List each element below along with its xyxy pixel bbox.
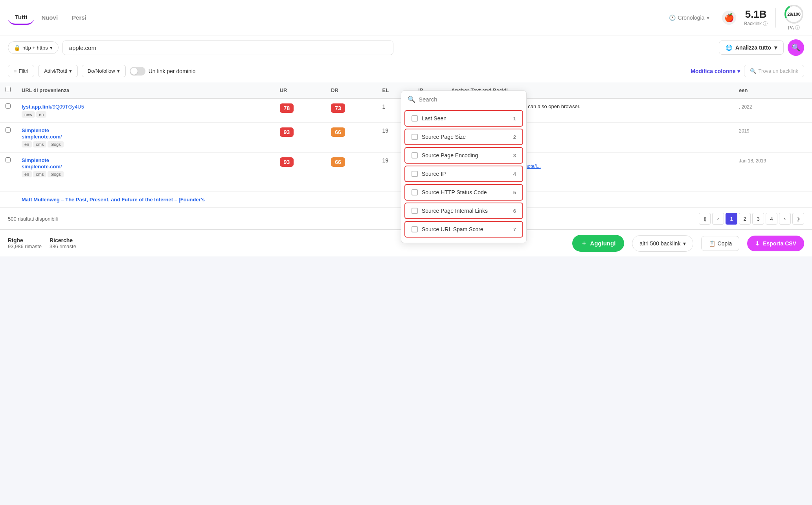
column-dropdown: 🔍 Last Seen 1 Source Page Size 2 Source … — [401, 90, 527, 243]
row-page-title: Simplenote — [22, 157, 269, 163]
row-date-cell: 2019 — [733, 123, 812, 153]
dropdown-column-item[interactable]: Source URL Spam Score 7 — [404, 221, 523, 238]
dropdown-item-checkbox[interactable] — [412, 115, 418, 122]
one-link-toggle[interactable] — [130, 67, 145, 76]
source-url-link[interactable]: simplenote.com/ — [22, 134, 62, 140]
col-header-seen: een — [733, 82, 812, 98]
pagination: ⟪ ‹ 1 2 3 4 › ⟫ — [699, 213, 804, 225]
page-4-btn[interactable]: 4 — [766, 213, 777, 225]
dropdown-item-num: 6 — [513, 208, 516, 214]
dropdown-item-label: Source Page Encoding — [422, 152, 509, 159]
page-next-btn[interactable]: › — [779, 213, 791, 225]
page-1-btn[interactable]: 1 — [726, 213, 737, 225]
row-checkbox[interactable] — [6, 103, 11, 109]
ricerche-stat: Ricerche 386 rimaste — [50, 237, 76, 249]
row-checkbox[interactable] — [6, 127, 11, 133]
source-url-link[interactable]: simplenote.com/ — [22, 164, 62, 170]
apple-logo: 🍎 — [722, 11, 736, 25]
tab-persi[interactable]: Persi — [65, 11, 94, 24]
do-nofollow-dropdown[interactable]: Do/Nofollow ▾ — [82, 65, 126, 77]
plus-icon: ＋ — [581, 240, 587, 247]
page-last-btn[interactable]: ⟫ — [792, 213, 804, 225]
row-checkbox[interactable] — [6, 157, 11, 162]
search-icon: 🔍 — [408, 96, 415, 103]
info-icon: ⓘ — [763, 20, 768, 27]
tag: en — [22, 141, 32, 147]
domain-input[interactable] — [62, 41, 393, 55]
modify-columns-btn[interactable]: Modifica colonne ▾ — [691, 68, 740, 74]
row-url-cell: lyst.app.link/9Q09TGy4U5 newen — [16, 98, 274, 123]
row-checkbox-cell — [0, 153, 16, 192]
url-domain: simplenote.com — [22, 134, 61, 140]
dropdown-item-checkbox[interactable] — [412, 171, 418, 177]
chevron-down-icon: ▾ — [774, 44, 777, 51]
info-icon: ⓘ — [795, 24, 800, 31]
active-broken-dropdown[interactable]: Attivi/Rotti ▾ — [38, 65, 78, 77]
date-value: Jan 18, 2019 — [739, 158, 766, 164]
globe-icon: 🌐 — [726, 44, 732, 51]
dropdown-item-num: 4 — [513, 171, 516, 177]
tab-tutti[interactable]: Tutti — [8, 11, 34, 25]
dropdown-item-num: 2 — [513, 134, 516, 140]
protocol-dropdown[interactable]: 🔒 http + https ▾ — [8, 41, 59, 54]
page-2-btn[interactable]: 2 — [739, 213, 751, 225]
chevron-down-icon: ▾ — [737, 68, 740, 74]
page-prev-btn[interactable]: ‹ — [712, 213, 724, 225]
export-btn[interactable]: ⬇ Esporta CSV — [747, 236, 804, 251]
copy-btn[interactable]: 📋 Copia — [701, 236, 740, 251]
dropdown-item-checkbox[interactable] — [412, 208, 418, 214]
find-backlink-input[interactable]: 🔍 Trova un backlink — [744, 65, 804, 77]
row-title-link[interactable]: Matt Mullenweg – The Past, Present, and … — [22, 197, 205, 203]
search-button[interactable]: 🔍 — [788, 39, 804, 56]
dropdown-item-label: Source Page Internal Links — [422, 208, 509, 214]
add-btn[interactable]: ＋ Aggiungi — [572, 235, 624, 252]
copy-icon: 📋 — [709, 240, 715, 247]
cronologia-btn[interactable]: 🕐 Cronologia ▾ — [669, 15, 710, 21]
stat-divider — [775, 8, 776, 28]
search-icon: 🔍 — [750, 68, 756, 74]
dropdown-item-num: 7 — [513, 227, 516, 232]
chevron-down-icon: ▾ — [117, 68, 120, 74]
dropdown-item-num: 3 — [513, 153, 516, 159]
chevron-down-icon: ▾ — [707, 15, 709, 21]
dropdown-column-item[interactable]: Source IP 4 — [404, 166, 523, 182]
page-first-btn[interactable]: ⟪ — [699, 213, 711, 225]
more-backlinks-btn[interactable]: altri 500 backlink ▾ — [632, 235, 693, 252]
dropdown-item-label: Source IP — [422, 171, 509, 177]
dropdown-column-item[interactable]: Source Page Encoding 3 — [404, 147, 523, 164]
dropdown-item-checkbox[interactable] — [412, 189, 418, 195]
row-ur-cell: 93 — [274, 153, 325, 192]
row-ur-cell: 78 — [274, 98, 325, 123]
dropdown-item-checkbox[interactable] — [412, 152, 418, 159]
row-checkbox-cell — [0, 123, 16, 153]
dropdown-item-label: Source HTTP Status Code — [422, 189, 509, 195]
clock-icon: 🕐 — [669, 15, 676, 21]
page-3-btn[interactable]: 3 — [752, 213, 764, 225]
url-path: / — [61, 164, 62, 170]
tag: blogs — [48, 141, 63, 147]
dropdown-column-item[interactable]: Source HTTP Status Code 5 — [404, 184, 523, 201]
dropdown-item-label: Last Seen — [422, 115, 509, 122]
filter-icon: ≡ — [14, 68, 17, 74]
dropdown-column-item[interactable]: Source Page Internal Links 6 — [404, 203, 523, 219]
tab-nuovi[interactable]: Nuovi — [34, 11, 65, 24]
filtri-btn[interactable]: ≡ Filtri — [8, 65, 34, 77]
tag: en — [36, 111, 46, 118]
tag: blogs — [48, 171, 63, 177]
dropdown-item-checkbox[interactable] — [412, 134, 418, 140]
select-all-checkbox[interactable] — [6, 87, 11, 92]
header: Tutti Nuovi Persi 🕐 Cronologia ▾ 🍎 5.1B … — [0, 0, 812, 35]
url-domain: lyst.app.link — [22, 104, 51, 110]
dropdown-search-input[interactable] — [419, 96, 520, 103]
source-url-link[interactable]: lyst.app.link/9Q09TGy4U5 — [22, 104, 84, 110]
analyze-btn[interactable]: 🌐 Analizza tutto ▾ — [719, 41, 784, 55]
ur-badge: 93 — [280, 157, 294, 167]
download-icon: ⬇ — [755, 240, 760, 247]
dropdown-item-checkbox[interactable] — [412, 226, 418, 232]
url-domain: simplenote.com — [22, 164, 61, 170]
one-link-toggle-wrap: Un link per dominio — [130, 67, 196, 76]
dr-badge: 66 — [331, 127, 345, 137]
dropdown-item-label: Source Page Size — [422, 134, 509, 140]
dropdown-column-item[interactable]: Source Page Size 2 — [404, 129, 523, 145]
dropdown-column-item[interactable]: Last Seen 1 — [404, 110, 523, 127]
